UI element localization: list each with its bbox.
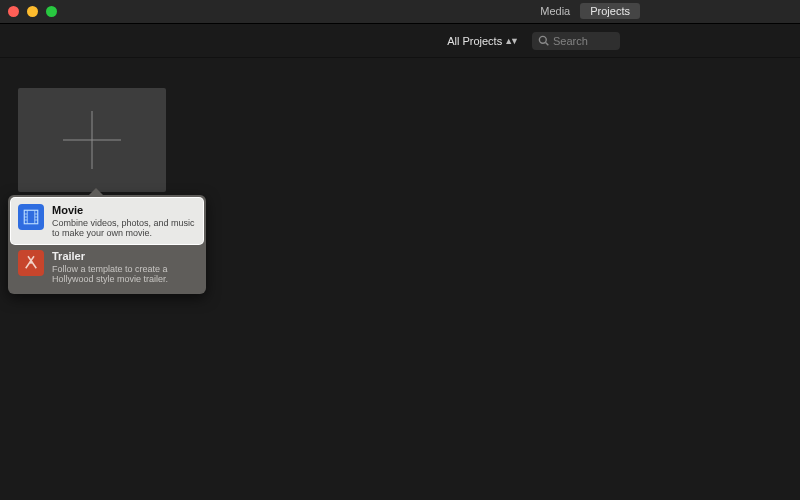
projects-filter-dropdown[interactable]: All Projects ▲▼	[441, 33, 522, 49]
maximize-icon[interactable]	[46, 6, 57, 17]
toolbar: All Projects ▲▼	[0, 24, 800, 58]
popover-item-title: Trailer	[52, 250, 196, 263]
plus-icon	[63, 111, 121, 169]
chevron-updown-icon: ▲▼	[504, 36, 516, 46]
create-new-popover: Movie Combine videos, photos, and music …	[8, 195, 206, 294]
tab-projects[interactable]: Projects	[580, 3, 640, 19]
popover-item-text: Trailer Follow a template to create a Ho…	[52, 250, 196, 284]
popover-item-trailer[interactable]: Trailer Follow a template to create a Ho…	[11, 244, 203, 290]
view-tabs: Media Projects	[530, 3, 640, 19]
tab-media[interactable]: Media	[530, 3, 580, 19]
projects-filter-label: All Projects	[447, 35, 502, 47]
close-icon[interactable]	[8, 6, 19, 17]
search-box[interactable]	[532, 32, 620, 50]
popover-caret-icon	[88, 188, 104, 196]
popover-item-subtitle: Follow a template to create a Hollywood …	[52, 264, 196, 285]
projects-grid: Movie Combine videos, photos, and music …	[0, 58, 800, 192]
popover-item-title: Movie	[52, 204, 196, 217]
create-new-tile[interactable]	[18, 88, 166, 192]
window-titlebar: Media Projects	[0, 0, 800, 24]
search-icon	[538, 35, 549, 46]
search-input[interactable]	[553, 35, 615, 47]
svg-point-0	[539, 36, 546, 43]
film-icon	[18, 204, 44, 230]
popover-item-text: Movie Combine videos, photos, and music …	[52, 204, 196, 238]
minimize-icon[interactable]	[27, 6, 38, 17]
window-controls	[8, 6, 57, 17]
svg-line-1	[546, 43, 549, 46]
popover-item-subtitle: Combine videos, photos, and music to mak…	[52, 218, 196, 239]
popover-item-movie[interactable]: Movie Combine videos, photos, and music …	[11, 198, 203, 244]
clapper-icon	[18, 250, 44, 276]
svg-point-13	[30, 261, 33, 264]
